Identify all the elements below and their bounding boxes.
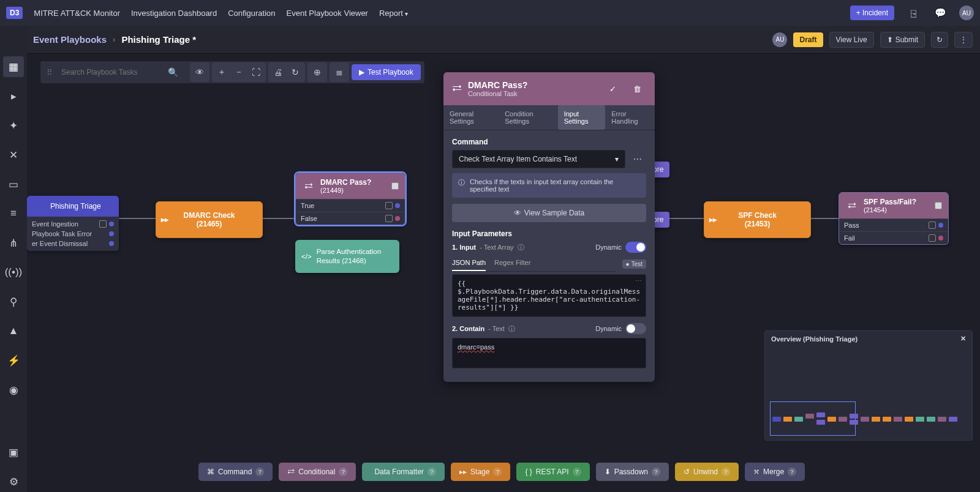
eye-icon[interactable]: 👁 xyxy=(191,64,208,81)
rail-signal-icon[interactable]: ((•)) xyxy=(3,262,24,283)
test-playbook-button[interactable]: ▶Test Playbook xyxy=(352,64,421,80)
help-icon[interactable] xyxy=(652,468,660,476)
help-icon[interactable] xyxy=(255,468,264,476)
rail-globe-icon[interactable]: ⚲ xyxy=(3,291,24,312)
dynamic-toggle-input[interactable] xyxy=(625,242,646,253)
palette-rest-api[interactable]: { }REST API xyxy=(516,463,589,481)
node-dmarc-pass[interactable]: ⮂ DMARC Pass?(21449) True False xyxy=(295,173,405,225)
view-sample-button[interactable]: 👁View Sample Data xyxy=(452,204,646,222)
breadcrumb-current: Phishing Triage * xyxy=(121,34,196,45)
download-icon[interactable]: ⍈ xyxy=(905,5,921,21)
help-icon[interactable] xyxy=(339,468,347,476)
help-icon[interactable] xyxy=(573,468,581,476)
help-icon[interactable] xyxy=(428,468,436,476)
print-icon[interactable]: 🖨 xyxy=(270,64,287,81)
canvas[interactable]: ⠿ 🔍 👁 ＋ － ⛶ 🖨 ↻ ⊕ ≣ ▶Test Playbook Phish… xyxy=(27,54,980,492)
palette-merge[interactable]: ⤲Merge xyxy=(745,463,805,481)
header-avatar[interactable]: AU xyxy=(772,32,787,47)
tab-condition[interactable]: Condition Settings xyxy=(499,105,557,130)
trigger-row[interactable]: Playbook Task Error xyxy=(27,229,119,239)
more-icon[interactable]: ⋯ xyxy=(635,277,642,285)
search-input[interactable] xyxy=(58,65,162,79)
cond-row-pass[interactable]: Pass xyxy=(839,218,948,231)
zoom-out-icon[interactable]: － xyxy=(230,64,247,81)
nav-mitre[interactable]: MITRE ATT&CK Monitor xyxy=(34,9,120,18)
palette-stage[interactable]: ▸▸Stage xyxy=(451,463,510,481)
rail-tools-icon[interactable]: ✕ xyxy=(3,144,24,165)
rail-settings-icon[interactable]: ⚙ xyxy=(3,471,24,492)
draft-badge[interactable]: Draft xyxy=(793,32,823,47)
palette-unwind[interactable]: ↺Unwind xyxy=(675,463,739,481)
subtab-regex[interactable]: Regex Filter xyxy=(494,256,530,271)
view-live-button[interactable]: View Live xyxy=(829,32,874,48)
rail-database-icon[interactable]: ≡ xyxy=(3,203,24,224)
rail-calendar-icon[interactable]: ▭ xyxy=(3,174,24,195)
palette-command[interactable]: ⌘Command xyxy=(198,463,273,481)
tab-input[interactable]: Input Settings xyxy=(558,105,606,130)
more-button[interactable]: ⋮ xyxy=(954,32,973,48)
subtab-json-path[interactable]: JSON Path xyxy=(452,256,486,271)
zoom-in-icon[interactable]: ＋ xyxy=(213,64,230,81)
cond-row-true[interactable]: True xyxy=(296,199,405,212)
delete-button[interactable]: 🗑 xyxy=(628,80,646,98)
overview-minimap[interactable] xyxy=(765,346,972,438)
node-parse-auth[interactable]: </> Parse Authentication Results (21468) xyxy=(295,240,399,273)
node-trigger[interactable]: Phishing Triage Event Ingestion Playbook… xyxy=(27,196,119,251)
incident-button[interactable]: + Incident xyxy=(850,6,894,20)
eye-icon: 👁 xyxy=(514,209,521,217)
node-spf-check[interactable]: ▸▸ SPF Check(21453) xyxy=(704,201,811,238)
nav-configuration[interactable]: Configuration xyxy=(228,9,275,18)
cond-row-fail[interactable]: Fail xyxy=(839,231,948,244)
refresh-icon[interactable]: ↻ xyxy=(287,64,304,81)
info-icon[interactable]: ⓘ xyxy=(508,324,515,334)
expand-icon[interactable] xyxy=(935,202,942,209)
rail-play-icon[interactable]: ▸ xyxy=(3,86,24,106)
rail-bolt-icon[interactable]: ⚡ xyxy=(3,350,24,371)
breadcrumb-root[interactable]: Event Playbooks xyxy=(33,34,107,45)
palette-passdown[interactable]: ⬇Passdown xyxy=(596,463,669,481)
panel-title: DMARC Pass? xyxy=(468,80,597,90)
rail-folder-icon[interactable]: ▣ xyxy=(3,442,24,463)
close-icon[interactable]: ✕ xyxy=(960,335,966,343)
command-select[interactable]: Check Text Array Item Contains Text▾ xyxy=(452,150,625,168)
help-icon[interactable] xyxy=(493,468,502,476)
rail-playbook-icon[interactable]: ▦ xyxy=(3,56,24,77)
rail-share-icon[interactable]: ⋔ xyxy=(3,233,24,253)
cond-row-false[interactable]: False xyxy=(296,212,405,225)
rail-shield-icon[interactable]: ▲ xyxy=(3,321,24,341)
tab-error[interactable]: Error Handling xyxy=(605,105,655,130)
expand-icon[interactable] xyxy=(391,182,399,190)
canvas-toolbar: ⠿ 🔍 👁 ＋ － ⛶ 🖨 ↻ ⊕ ≣ ▶Test Playbook xyxy=(40,61,424,83)
node-dmarc-check[interactable]: ▸▸ DMARC Check(21465) xyxy=(156,201,263,238)
confirm-button[interactable]: ✓ xyxy=(603,80,622,98)
trigger-row[interactable]: Event Ingestion xyxy=(27,219,119,229)
nav-investigation[interactable]: Investigation Dashboard xyxy=(131,9,217,18)
tab-general[interactable]: General Settings xyxy=(443,105,499,130)
palette-data-formatter[interactable]: Data Formatter xyxy=(362,463,445,481)
chevron-right-icon: › xyxy=(113,35,115,44)
globe-icon[interactable]: ⊕ xyxy=(309,64,326,81)
search-icon[interactable]: 🔍 xyxy=(164,64,181,81)
submit-button[interactable]: ⬆Submit xyxy=(880,32,925,48)
nav-playbook-viewer[interactable]: Event Playbook Viewer xyxy=(287,9,368,18)
trigger-row[interactable]: er Event Dismissal xyxy=(27,239,119,248)
avatar[interactable]: AU xyxy=(959,6,974,20)
grip-icon[interactable]: ⠿ xyxy=(44,68,55,77)
help-icon[interactable] xyxy=(722,468,730,476)
rail-puzzle-icon[interactable]: ✦ xyxy=(3,115,24,136)
rail-fingerprint-icon[interactable]: ◉ xyxy=(3,379,24,400)
help-icon[interactable] xyxy=(788,468,796,476)
json-path-input[interactable]: {{ $.PlaybookData.Trigger.data.Data.orig… xyxy=(452,274,646,317)
nav-report[interactable]: Report xyxy=(379,9,408,18)
list-icon[interactable]: ≣ xyxy=(331,64,348,81)
fit-icon[interactable]: ⛶ xyxy=(247,64,265,81)
dynamic-toggle-contain[interactable] xyxy=(625,323,646,334)
command-more-icon[interactable]: ⋯ xyxy=(629,151,646,168)
palette-conditional[interactable]: ⮂Conditional xyxy=(279,463,356,481)
info-icon[interactable]: ⓘ xyxy=(518,243,524,252)
history-button[interactable]: ↻ xyxy=(931,32,948,48)
test-button[interactable]: ●Test xyxy=(622,259,646,269)
chat-icon[interactable]: 💬 xyxy=(932,5,948,21)
contain-input[interactable]: dmarc=pass xyxy=(452,338,646,368)
node-spf-pass[interactable]: ⮂ SPF Pass/Fail?(21454) Pass Fail xyxy=(839,192,949,245)
